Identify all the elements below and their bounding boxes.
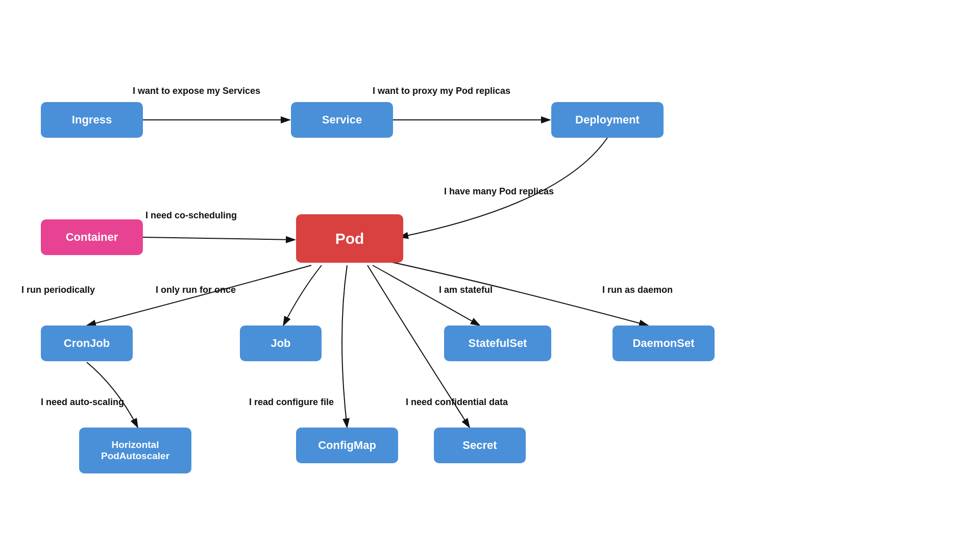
pod-node: Pod bbox=[296, 214, 403, 263]
label-expose-services: I want to expose my Services bbox=[133, 86, 260, 96]
label-many-replicas: I have many Pod replicas bbox=[444, 186, 554, 197]
label-run-once: I only run for once bbox=[156, 285, 236, 295]
ingress-node: Ingress bbox=[41, 102, 143, 138]
daemonset-node: DaemonSet bbox=[612, 325, 715, 361]
job-node: Job bbox=[240, 325, 322, 361]
label-confidential-data: I need confidential data bbox=[406, 397, 508, 408]
hpa-node: Horizontal PodAutoscaler bbox=[79, 428, 191, 473]
cronjob-node: CronJob bbox=[41, 325, 133, 361]
label-run-periodically: I run periodically bbox=[21, 285, 95, 295]
label-configure-file: I read configure file bbox=[249, 397, 334, 408]
diagram-container: Ingress Service Deployment Container Pod… bbox=[0, 0, 980, 551]
secret-node: Secret bbox=[434, 428, 526, 463]
label-proxy-pod: I want to proxy my Pod replicas bbox=[373, 86, 510, 96]
statefulset-node: StatefulSet bbox=[444, 325, 551, 361]
configmap-node: ConfigMap bbox=[296, 428, 398, 463]
container-node: Container bbox=[41, 219, 143, 255]
label-stateful: I am stateful bbox=[439, 285, 493, 295]
label-co-scheduling: I need co-scheduling bbox=[145, 210, 237, 221]
label-auto-scaling: I need auto-scaling bbox=[41, 397, 124, 408]
svg-line-2 bbox=[143, 237, 295, 240]
deployment-node: Deployment bbox=[551, 102, 664, 138]
service-node: Service bbox=[291, 102, 393, 138]
label-daemon: I run as daemon bbox=[602, 285, 673, 295]
